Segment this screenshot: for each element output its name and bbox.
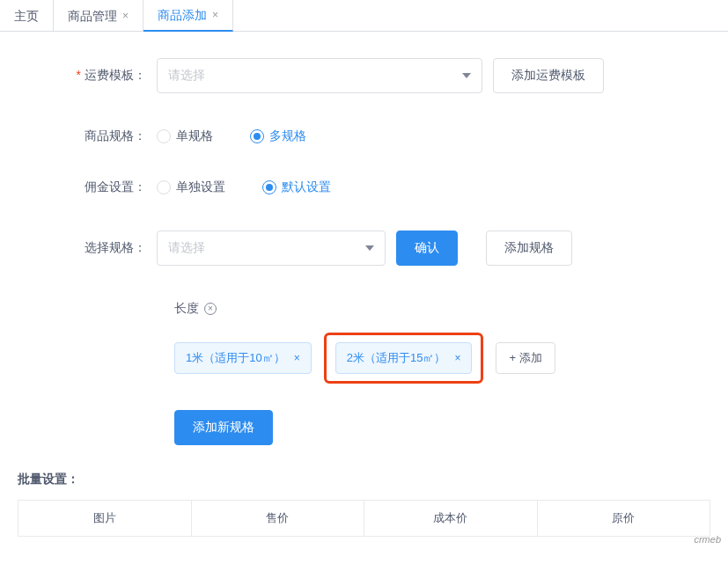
tab-label: 主页: [14, 0, 39, 32]
radio-single-spec[interactable]: 单规格: [157, 128, 213, 144]
radio-label: 默认设置: [282, 179, 331, 195]
add-shipping-template-button[interactable]: 添加运费模板: [493, 58, 604, 93]
radio-icon: [157, 129, 171, 143]
radio-icon: [157, 180, 171, 194]
select-placeholder: 请选择: [168, 240, 205, 256]
radio-icon: [262, 180, 276, 194]
watermark: crmeb: [694, 534, 721, 537]
tag-label: 2米（适用于15㎡）: [347, 350, 446, 366]
tag-label: 1米（适用于10㎡）: [186, 350, 285, 366]
th-cost: 成本价: [364, 501, 538, 536]
confirm-button[interactable]: 确认: [396, 231, 458, 266]
chevron-down-icon: [462, 73, 471, 78]
add-tag-button[interactable]: + 添加: [496, 342, 555, 374]
batch-table-header: 图片 售价 成本价 原价: [18, 500, 710, 537]
radio-default-setting[interactable]: 默认设置: [262, 179, 331, 195]
radio-multi-spec[interactable]: 多规格: [250, 128, 306, 144]
shipping-select[interactable]: 请选择: [157, 58, 482, 93]
add-spec-button[interactable]: 添加规格: [486, 231, 572, 266]
tab-product-manage[interactable]: 商品管理 ×: [54, 0, 143, 32]
tab-label: 商品管理: [68, 0, 117, 32]
label-commission: 佣金设置：: [18, 179, 157, 195]
spec-tag[interactable]: 2米（适用于15㎡） ×: [335, 342, 473, 374]
label-shipping: *运费模板：: [18, 68, 157, 84]
chevron-down-icon: [365, 245, 374, 251]
row-select-spec: 选择规格： 请选择 确认 添加规格: [18, 231, 710, 266]
spec-group-title: 长度: [174, 301, 199, 317]
spec-group-title-row: 长度 ×: [174, 301, 710, 317]
row-shipping-template: *运费模板： 请选择 添加运费模板: [18, 58, 710, 93]
spec-group-length: 长度 × 1米（适用于10㎡） × 2米（适用于15㎡） × + 添加: [157, 301, 710, 384]
radio-icon: [250, 129, 264, 143]
spec-tags-row: 1米（适用于10㎡） × 2米（适用于15㎡） × + 添加: [174, 333, 710, 384]
spec-select[interactable]: 请选择: [157, 231, 386, 266]
radio-label: 单独设置: [176, 179, 225, 195]
spec-tag[interactable]: 1米（适用于10㎡） ×: [174, 342, 312, 374]
batch-settings-label: 批量设置：: [18, 472, 728, 487]
remove-spec-group-icon[interactable]: ×: [204, 303, 217, 315]
close-icon[interactable]: ×: [212, 0, 218, 31]
row-commission: 佣金设置： 单独设置 默认设置: [18, 179, 710, 195]
radio-individual-setting[interactable]: 单独设置: [157, 179, 225, 195]
label-select-spec: 选择规格：: [18, 240, 157, 256]
tab-label: 商品添加: [158, 0, 207, 31]
close-icon[interactable]: ×: [454, 352, 460, 364]
row-product-spec: 商品规格： 单规格 多规格: [18, 128, 710, 144]
highlighted-tag-box: 2米（适用于15㎡） ×: [324, 333, 484, 384]
tabs-bar: 主页 商品管理 × 商品添加 ×: [0, 0, 728, 32]
tab-home[interactable]: 主页: [0, 0, 54, 32]
th-price: 售价: [192, 501, 365, 536]
radio-label: 单规格: [176, 128, 213, 144]
close-icon[interactable]: ×: [294, 352, 300, 364]
tab-product-add[interactable]: 商品添加 ×: [143, 0, 233, 32]
th-image: 图片: [18, 501, 192, 536]
add-new-spec-button[interactable]: 添加新规格: [174, 410, 273, 445]
select-placeholder: 请选择: [168, 68, 205, 84]
radio-label: 多规格: [269, 128, 306, 144]
label-spec: 商品规格：: [18, 128, 157, 144]
th-original: 原价: [538, 501, 711, 536]
close-icon[interactable]: ×: [122, 0, 129, 32]
form-container: *运费模板： 请选择 添加运费模板 商品规格： 单规格 多规格 佣金设置：: [0, 32, 728, 445]
